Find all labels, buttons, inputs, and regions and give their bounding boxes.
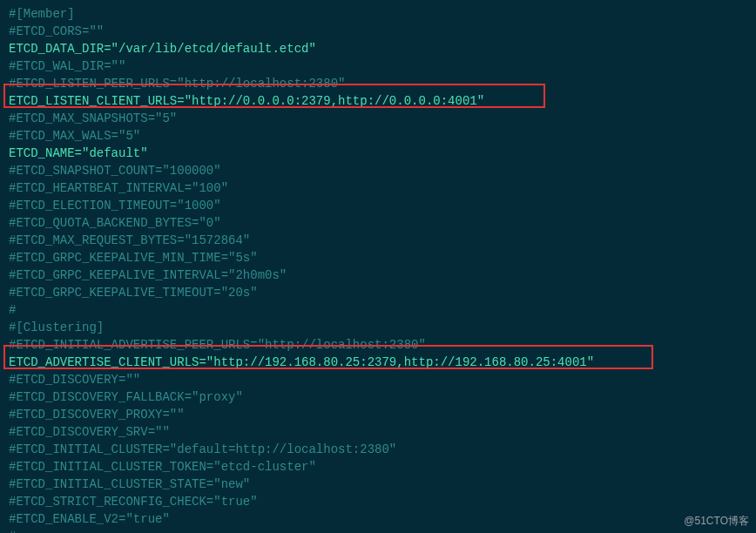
config-line: #ETCD_GRPC_KEEPALIVE_TIMEOUT="20s" <box>9 284 747 301</box>
config-line: #ETCD_GRPC_KEEPALIVE_MIN_TIME="5s" <box>9 249 747 266</box>
config-line: #ETCD_DISCOVERY_FALLBACK="proxy" <box>9 388 747 406</box>
config-line: #ETCD_ENABLE_V2="true" <box>9 510 747 528</box>
config-line: #ETCD_STRICT_RECONFIG_CHECK="true" <box>9 493 747 510</box>
config-editor[interactable]: #[Member]#ETCD_CORS=""ETCD_DATA_DIR="/va… <box>0 0 756 533</box>
config-line: #ETCD_DISCOVERY_SRV="" <box>9 423 747 441</box>
config-line: #ETCD_INITIAL_CLUSTER_STATE="new" <box>9 476 747 493</box>
config-line: #ETCD_CORS="" <box>9 23 747 40</box>
watermark: @51CTO博客 <box>684 512 749 530</box>
config-line: #ETCD_ELECTION_TIMEOUT="1000" <box>9 197 747 214</box>
config-line: ETCD_ADVERTISE_CLIENT_URLS="http://192.1… <box>9 354 747 371</box>
config-line: #ETCD_INITIAL_ADVERTISE_PEER_URLS="http:… <box>9 336 747 354</box>
config-line: #ETCD_WAL_DIR="" <box>9 57 747 75</box>
config-line: ETCD_DATA_DIR="/var/lib/etcd/default.etc… <box>9 40 747 57</box>
config-line: #ETCD_SNAPSHOT_COUNT="100000" <box>9 162 747 179</box>
config-line: #[Member] <box>9 5 747 23</box>
config-line: #ETCD_LISTEN_PEER_URLS="http://localhost… <box>9 75 747 92</box>
config-line: # <box>9 528 747 533</box>
config-line: #ETCD_INITIAL_CLUSTER="default=http://lo… <box>9 441 747 458</box>
config-line: #ETCD_HEARTBEAT_INTERVAL="100" <box>9 179 747 197</box>
config-line: ETCD_NAME="default" <box>9 145 747 162</box>
config-line: #ETCD_QUOTA_BACKEND_BYTES="0" <box>9 214 747 232</box>
config-line: #[Clustering] <box>9 319 747 336</box>
config-line: #ETCD_DISCOVERY_PROXY="" <box>9 406 747 423</box>
config-line: # <box>9 301 747 319</box>
config-line: #ETCD_GRPC_KEEPALIVE_INTERVAL="2h0m0s" <box>9 266 747 284</box>
config-line: #ETCD_MAX_WALS="5" <box>9 127 747 145</box>
config-line: ETCD_LISTEN_CLIENT_URLS="http://0.0.0.0:… <box>9 92 747 110</box>
config-line: #ETCD_MAX_REQUEST_BYTES="1572864" <box>9 232 747 249</box>
config-line: #ETCD_MAX_SNAPSHOTS="5" <box>9 110 747 127</box>
config-line: #ETCD_DISCOVERY="" <box>9 371 747 388</box>
config-line: #ETCD_INITIAL_CLUSTER_TOKEN="etcd-cluste… <box>9 458 747 476</box>
